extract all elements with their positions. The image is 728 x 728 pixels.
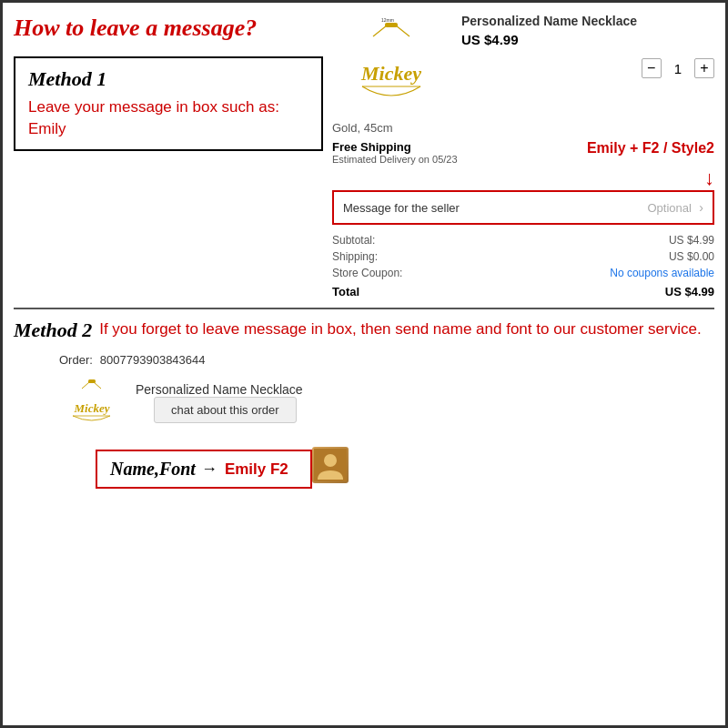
free-shipping-label: Free Shipping xyxy=(332,140,458,154)
product-info: Personalized Name Necklace US $4.99 − 1 … xyxy=(461,14,714,82)
bottom-section: Method 2 If you forget to leave message … xyxy=(14,308,714,714)
arrow-right-icon: → xyxy=(201,460,217,479)
product-price: US $4.99 xyxy=(461,32,714,47)
coupon-row: Store Coupon: No coupons available xyxy=(332,265,714,281)
optional-text: Optional xyxy=(647,201,691,215)
optional-text-group: Optional › xyxy=(647,199,703,216)
qty-value: 1 xyxy=(674,61,682,76)
product-name: Personalized Name Necklace xyxy=(461,14,714,28)
svg-line-6 xyxy=(82,382,89,389)
name-font-label: Name,Font xyxy=(110,459,196,480)
name-font-box: Name,Font → Emily F2 xyxy=(96,450,312,489)
subtotal-row: Subtotal: US $4.99 xyxy=(332,232,714,248)
shipping-cost-label: Shipping: xyxy=(332,250,378,263)
coupon-value: No coupons available xyxy=(610,267,714,279)
emily-instruction-label: Emily + F2 / Style2 xyxy=(587,140,714,157)
product-header: 12mm Mickey Personalized Name Necklace U… xyxy=(332,14,714,114)
arrow-row: ↓ xyxy=(332,168,714,188)
how-to-title: How to leave a message? xyxy=(14,14,323,42)
svg-text:Mickey: Mickey xyxy=(73,401,109,415)
chat-about-order-button[interactable]: chat about this order xyxy=(154,397,297,423)
necklace-image: 12mm Mickey xyxy=(332,14,450,114)
order-row: Order: 8007793903843644 xyxy=(59,353,714,367)
total-value: US $4.99 xyxy=(665,285,714,298)
svg-text:Mickey: Mickey xyxy=(360,62,421,85)
arrow-down-icon: ↓ xyxy=(704,168,714,188)
subtotal-value: US $4.99 xyxy=(669,234,714,247)
avatar xyxy=(312,447,349,483)
right-panel: 12mm Mickey Personalized Name Necklace U… xyxy=(323,14,714,300)
main-wrapper: How to leave a message? Method 1 Leave y… xyxy=(3,3,725,725)
quantity-control: − 1 + xyxy=(461,58,714,78)
svg-text:12mm: 12mm xyxy=(381,18,394,23)
method2-row: Method 2 If you forget to leave message … xyxy=(14,318,714,342)
estimated-delivery: Estimated Delivery on 05/23 xyxy=(332,154,458,165)
seller-message-label: Message for the seller xyxy=(343,201,460,215)
total-label: Total xyxy=(332,285,359,298)
avatar-image xyxy=(312,447,349,483)
method1-box: Method 1 Leave your message in box such … xyxy=(14,56,323,151)
order-product-name: Personalized Name Necklace xyxy=(136,382,303,397)
method1-text: Leave your message in box such as: Emily xyxy=(28,96,308,140)
subtotal-label: Subtotal: xyxy=(332,234,375,247)
total-row: Total US $4.99 xyxy=(332,281,714,300)
svg-rect-2 xyxy=(385,23,398,27)
svg-point-12 xyxy=(324,454,337,467)
left-panel: How to leave a message? Method 1 Leave y… xyxy=(14,14,323,300)
bottom-label-row: Name,Font → Emily F2 xyxy=(59,440,714,489)
coupon-label: Store Coupon: xyxy=(332,267,402,279)
method2-text: If you forget to leave message in box, t… xyxy=(99,318,701,340)
qty-minus-button[interactable]: − xyxy=(642,58,662,78)
order-panel: Order: 8007793903843644 Mickey xyxy=(14,353,714,714)
shipping-row: Free Shipping Estimated Delivery on 05/2… xyxy=(332,140,714,165)
seller-message-row[interactable]: Message for the seller Optional › xyxy=(332,190,714,225)
product-variant: Gold, 45cm xyxy=(332,121,714,135)
seller-message-chevron: › xyxy=(699,200,703,215)
emily-f2-label: Emily F2 xyxy=(225,460,288,479)
order-necklace-image: Mickey xyxy=(59,378,123,428)
cost-table: Subtotal: US $4.99 Shipping: US $0.00 St… xyxy=(332,232,714,300)
shipping-cost-row: Shipping: US $0.00 xyxy=(332,248,714,265)
svg-line-7 xyxy=(94,382,101,389)
svg-rect-8 xyxy=(88,379,96,383)
svg-line-0 xyxy=(373,25,387,36)
qty-plus-button[interactable]: + xyxy=(694,58,714,78)
method1-title: Method 1 xyxy=(28,67,308,91)
shipping-info: Free Shipping Estimated Delivery on 05/2… xyxy=(332,140,458,165)
order-product-row: Mickey Personalized Name Necklace chat a… xyxy=(59,378,714,428)
shipping-cost-value: US $0.00 xyxy=(669,250,714,263)
top-section: How to leave a message? Method 1 Leave y… xyxy=(14,14,714,300)
method2-title: Method 2 xyxy=(14,318,92,342)
order-label: Order: xyxy=(59,353,93,367)
order-number: 8007793903843644 xyxy=(100,353,206,367)
svg-line-1 xyxy=(396,25,410,36)
order-product-info: Personalized Name Necklace chat about th… xyxy=(136,382,303,423)
